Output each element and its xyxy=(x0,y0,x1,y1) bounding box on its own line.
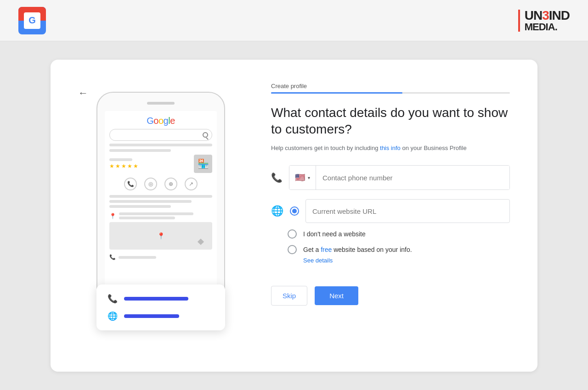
mock-line-4 xyxy=(109,195,212,198)
google-logo-mock: Google xyxy=(109,116,212,126)
phone-number-input[interactable] xyxy=(316,166,509,189)
phone-field-icon: 📞 xyxy=(271,172,283,183)
mock-line-1 xyxy=(109,144,212,146)
stars-rating-row: ★ ★ ★ ★ ★ 🏪 xyxy=(109,155,212,173)
mock-line-6 xyxy=(109,205,171,208)
form-title: What contact details do you want to show… xyxy=(271,105,510,138)
bottom-card-phone-line xyxy=(124,297,188,301)
bottom-card-phone-icon: 📞 xyxy=(107,294,118,304)
mock-line-5 xyxy=(109,200,192,203)
free-website-text: Get a free website based on your info. xyxy=(303,246,412,253)
mock-content-block xyxy=(109,195,212,208)
bottom-card-website-row: 🌐 xyxy=(107,311,214,321)
brand-red-line xyxy=(518,10,520,32)
phone-speaker xyxy=(147,102,175,105)
country-flag: 🇺🇸 xyxy=(295,173,305,183)
phone-field-row: 📞 🇺🇸 ▾ xyxy=(271,165,510,190)
country-dropdown-arrow: ▾ xyxy=(308,175,310,180)
mock-line-3 xyxy=(109,158,132,161)
star-4: ★ xyxy=(127,163,132,169)
country-selector[interactable]: 🇺🇸 ▾ xyxy=(289,166,316,189)
website-section: 🌐 I don't need a website Get a free webs… xyxy=(271,199,510,264)
gmb-g-letter: G xyxy=(24,12,40,29)
phone-bottom-card: 📞 🌐 xyxy=(96,284,225,330)
main-card: ← Google ★ xyxy=(51,60,537,372)
subtitle-link[interactable]: this info xyxy=(380,145,401,151)
map-area-mock: 📍 xyxy=(109,222,212,250)
globe-icon: 🌐 xyxy=(271,205,283,217)
location-row: 📍 xyxy=(109,212,212,219)
search-bar-mock xyxy=(109,129,212,141)
brand-name-line2: MEDIA. xyxy=(525,22,570,32)
action-icon-phone: 📞 xyxy=(124,178,137,190)
website-url-input[interactable] xyxy=(305,199,510,223)
free-website-radio[interactable] xyxy=(288,245,297,254)
store-icon: 🏪 xyxy=(198,158,209,169)
brand-dot: . xyxy=(555,21,557,33)
website-radio-selected[interactable] xyxy=(290,206,299,216)
action-icons-row: 📞 ◎ ⊕ ↗ xyxy=(109,178,212,190)
brand-3: 3 xyxy=(542,8,549,22)
main-content: ← Google ★ xyxy=(0,41,588,390)
map-pin-icon: 📍 xyxy=(157,232,165,240)
mock-line-7 xyxy=(119,212,193,215)
topbar-logo: G xyxy=(18,7,46,34)
step-header: Create profile xyxy=(271,83,510,94)
next-button[interactable]: Next xyxy=(315,286,358,305)
free-website-link[interactable]: free xyxy=(321,246,332,253)
phone-screen: Google ★ ★ ★ xyxy=(105,111,217,306)
store-thumbnail: 🏪 xyxy=(194,155,212,173)
star-2: ★ xyxy=(115,163,120,169)
stars: ★ ★ ★ ★ ★ xyxy=(109,163,138,169)
star-1: ★ xyxy=(109,163,114,169)
phone-mock-row: 📞 xyxy=(109,254,212,260)
gmb-icon: G xyxy=(18,7,46,34)
action-icon-share: ↗ xyxy=(185,178,198,190)
brand-bind: IND xyxy=(549,8,570,22)
skip-button[interactable]: Skip xyxy=(271,286,307,306)
left-panel: ← Google ★ xyxy=(78,83,243,349)
website-url-row: 🌐 xyxy=(271,199,510,223)
bottom-card-phone-row: 📞 xyxy=(107,294,214,304)
topbar: G UN3IND MEDIA. xyxy=(0,0,588,41)
brand-media-text: MEDIA xyxy=(525,21,555,33)
no-website-row: I don't need a website xyxy=(271,229,510,239)
step-progress-bar xyxy=(271,92,510,94)
step-label: Create profile xyxy=(271,83,510,89)
no-website-radio[interactable] xyxy=(288,229,297,239)
no-website-label: I don't need a website xyxy=(303,230,366,238)
phone-input-group: 🇺🇸 ▾ xyxy=(289,165,510,190)
see-details-link[interactable]: See details xyxy=(288,257,510,264)
search-icon-mock xyxy=(203,132,208,138)
map-diamond xyxy=(198,239,204,245)
phone-mockup: Google ★ ★ ★ xyxy=(96,92,225,317)
brand-un: UN xyxy=(525,8,542,22)
action-icon-save: ⊕ xyxy=(164,178,177,190)
brand-logo: UN3IND MEDIA. xyxy=(518,9,570,32)
free-website-label-row: Get a free website based on your info. xyxy=(288,245,510,254)
star-3: ★ xyxy=(121,163,126,169)
button-row: Skip Next xyxy=(271,286,510,306)
brand-name-line1: UN3IND xyxy=(525,9,570,22)
mock-line-8 xyxy=(119,217,175,219)
bottom-card-website-line xyxy=(124,314,179,318)
action-icon-nav: ◎ xyxy=(144,178,157,190)
form-subtitle: Help customers get in touch by including… xyxy=(271,144,510,153)
mock-line-9 xyxy=(119,256,156,259)
back-arrow[interactable]: ← xyxy=(78,87,88,99)
bottom-card-globe-icon: 🌐 xyxy=(107,311,118,321)
free-website-row: Get a free website based on your info. S… xyxy=(271,245,510,264)
location-pin: 📍 xyxy=(109,213,116,219)
step-progress-fill xyxy=(271,92,402,94)
mock-line-2 xyxy=(109,149,171,152)
star-5: ★ xyxy=(133,163,138,169)
right-panel: Create profile What contact details do y… xyxy=(271,83,510,349)
